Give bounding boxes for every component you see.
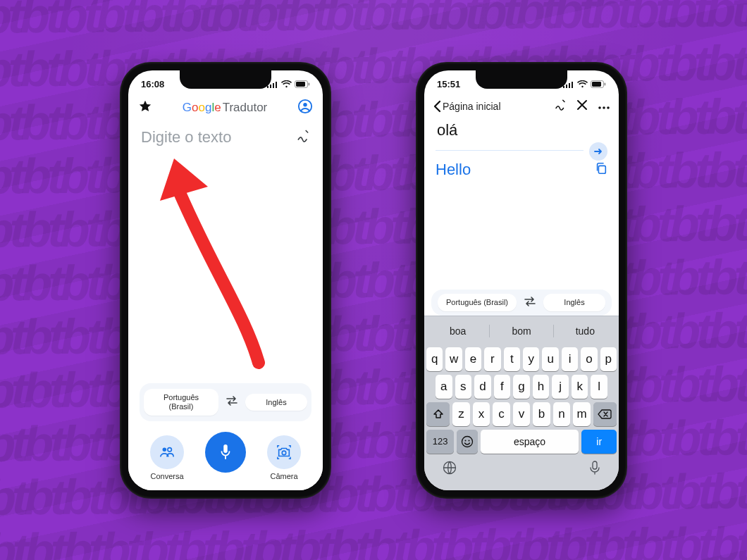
- letter-key[interactable]: o: [581, 347, 597, 371]
- app-title: GoogleTradutor: [183, 101, 268, 115]
- globe-key[interactable]: [442, 460, 457, 478]
- translate-go-button[interactable]: [589, 142, 607, 161]
- keyboard-row: asdfghjkl: [426, 375, 617, 399]
- camera-button[interactable]: [267, 435, 301, 469]
- battery-icon: [295, 80, 310, 88]
- letter-key[interactable]: z: [452, 402, 470, 426]
- language-to-chip[interactable]: Inglês: [245, 394, 307, 411]
- globe-icon: [442, 460, 457, 475]
- language-from-chip[interactable]: Português (Brasil): [144, 389, 218, 415]
- swap-languages-button[interactable]: [524, 297, 536, 309]
- svg-rect-6: [309, 83, 310, 86]
- letter-key[interactable]: n: [553, 402, 571, 426]
- svg-rect-5: [296, 82, 305, 87]
- svg-rect-0: [267, 86, 268, 88]
- swap-icon: [226, 396, 238, 406]
- copy-icon: [595, 162, 607, 175]
- svg-rect-14: [566, 85, 567, 88]
- favorites-button[interactable]: [138, 99, 152, 116]
- svg-point-24: [462, 436, 472, 447]
- svg-point-21: [603, 106, 605, 109]
- letter-key[interactable]: y: [523, 347, 539, 371]
- more-horizontal-icon: [598, 106, 610, 110]
- backspace-key[interactable]: [593, 402, 617, 426]
- svg-rect-11: [223, 444, 228, 453]
- letter-key[interactable]: g: [513, 375, 530, 399]
- status-time: 16:08: [141, 79, 164, 89]
- svg-rect-23: [598, 166, 605, 173]
- conversation-button[interactable]: [150, 435, 184, 469]
- letter-key[interactable]: m: [573, 402, 591, 426]
- status-time: 15:51: [437, 79, 460, 89]
- account-button[interactable]: [297, 99, 313, 117]
- arrow-right-icon: [593, 147, 603, 156]
- svg-rect-18: [592, 82, 601, 87]
- account-circle-icon: [297, 99, 313, 114]
- back-button[interactable]: Página inicial: [433, 100, 501, 113]
- suggestion[interactable]: tudo: [554, 319, 617, 343]
- svg-rect-1: [270, 85, 271, 88]
- suggestion-bar: boa bom tudo: [426, 319, 617, 343]
- camera-icon: [276, 444, 292, 460]
- letter-key[interactable]: j: [552, 375, 569, 399]
- suggestion[interactable]: bom: [490, 319, 552, 343]
- letter-key[interactable]: i: [562, 347, 578, 371]
- letter-key[interactable]: d: [474, 375, 491, 399]
- handwriting-button[interactable]: [296, 129, 310, 146]
- letter-key[interactable]: t: [504, 347, 520, 371]
- swap-languages-button[interactable]: [226, 396, 238, 408]
- letter-key[interactable]: p: [600, 347, 617, 371]
- letter-key[interactable]: r: [484, 347, 500, 371]
- separator-line: [436, 150, 584, 151]
- voice-input-button[interactable]: [205, 432, 246, 473]
- close-icon: [576, 99, 588, 111]
- more-button[interactable]: [598, 100, 610, 113]
- letter-key[interactable]: b: [533, 402, 550, 426]
- letter-key[interactable]: c: [493, 402, 510, 426]
- letter-key[interactable]: k: [572, 375, 588, 399]
- camera-label: Câmera: [270, 472, 297, 480]
- letter-key[interactable]: f: [494, 375, 511, 399]
- phone-right: 15:51 Página inicial: [416, 62, 627, 499]
- svg-rect-2: [273, 83, 274, 88]
- device-notch: [476, 70, 567, 89]
- letter-key[interactable]: x: [473, 402, 490, 426]
- letter-key[interactable]: h: [533, 375, 550, 399]
- space-key[interactable]: espaço: [481, 430, 579, 454]
- shift-key[interactable]: [426, 402, 450, 426]
- letter-key[interactable]: e: [465, 347, 481, 371]
- suggestion[interactable]: boa: [426, 319, 489, 343]
- battery-icon: [591, 80, 606, 88]
- keyboard-row: qwertyuiop: [426, 347, 617, 371]
- copy-button[interactable]: [595, 162, 607, 178]
- svg-point-20: [598, 106, 601, 109]
- letter-key[interactable]: q: [426, 347, 443, 371]
- backspace-icon: [598, 409, 612, 419]
- svg-rect-13: [563, 86, 564, 88]
- language-from-chip[interactable]: Português (Brasil): [438, 294, 517, 311]
- emoji-key[interactable]: [457, 430, 477, 454]
- letter-key[interactable]: u: [542, 347, 558, 371]
- svg-rect-16: [572, 82, 573, 88]
- letter-key[interactable]: l: [591, 375, 607, 399]
- svg-point-9: [163, 447, 167, 452]
- letter-key[interactable]: a: [436, 375, 452, 399]
- clear-button[interactable]: [576, 99, 588, 113]
- microphone-icon: [218, 443, 233, 461]
- letter-key[interactable]: v: [513, 402, 531, 426]
- source-text-input[interactable]: olá: [436, 118, 607, 142]
- device-notch: [180, 70, 271, 89]
- emoji-icon: [461, 435, 474, 448]
- dictation-key[interactable]: [588, 460, 601, 478]
- star-icon: [138, 99, 152, 113]
- numbers-key[interactable]: 123: [426, 430, 454, 454]
- svg-rect-19: [605, 83, 606, 86]
- language-to-chip[interactable]: Inglês: [543, 294, 605, 311]
- annotation-arrow: [153, 137, 280, 370]
- letter-key[interactable]: w: [445, 347, 462, 371]
- handwriting-button[interactable]: [554, 99, 567, 114]
- text-input[interactable]: Digite o texto: [141, 128, 231, 147]
- letter-key[interactable]: s: [455, 375, 472, 399]
- go-key[interactable]: ir: [581, 430, 617, 454]
- svg-point-12: [282, 451, 286, 455]
